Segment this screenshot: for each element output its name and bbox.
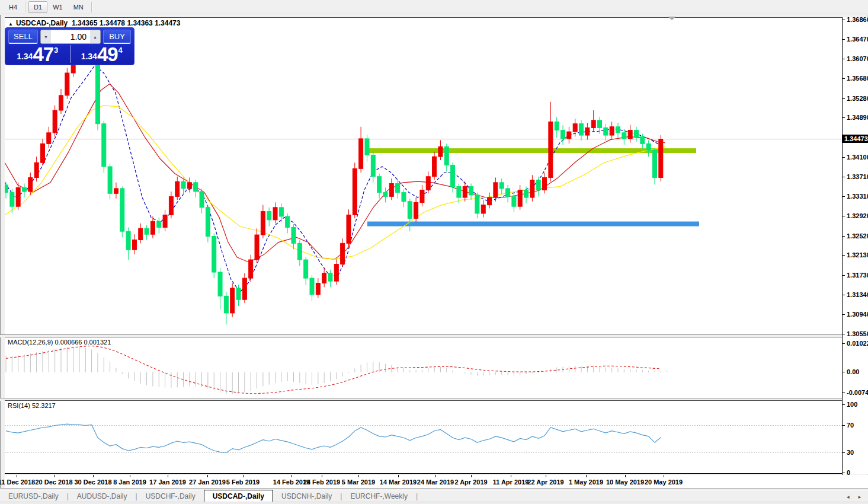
timeframe-button-mn[interactable]: MN	[68, 1, 89, 13]
candle-body	[34, 162, 39, 177]
candle-body	[47, 133, 51, 143]
candle-body	[230, 288, 235, 313]
current-price-tag: 1.34473	[843, 135, 868, 143]
price-axis-tick	[843, 39, 845, 40]
rsi-axis-tick	[843, 404, 845, 405]
date-axis[interactable]: 11 Dec 201820 Dec 201830 Dec 20188 Jan 2…	[5, 475, 868, 488]
macd-axis-tick	[843, 372, 845, 372]
volume-increase-button[interactable]: ▲	[90, 30, 100, 43]
candle-body	[242, 278, 246, 299]
price-axis-label: 1.31340	[847, 291, 868, 298]
candle-body	[194, 183, 198, 192]
macd-axis-label: 0.010229	[847, 340, 868, 347]
candle-body	[616, 127, 620, 133]
chart-tab-audusd[interactable]: AUDUSD-,Daily	[69, 491, 136, 502]
candle-body	[218, 272, 222, 296]
candle-body	[389, 184, 393, 197]
candle-body	[261, 212, 265, 235]
candle-body	[628, 130, 632, 139]
date-axis-tick	[130, 475, 130, 477]
volume-decrease-button[interactable]: ▼	[41, 30, 51, 43]
buy-price[interactable]: 1.34 49 4	[70, 44, 134, 64]
date-axis-tick	[625, 475, 626, 477]
candle-body	[40, 143, 44, 162]
chart-tab-usdcad[interactable]: USDCAD-,Daily	[204, 490, 273, 502]
rsi-axis-tick	[843, 473, 845, 473]
price-axis-tick	[843, 157, 845, 158]
price-axis-label: 1.32920	[847, 212, 868, 219]
candle-body	[396, 184, 400, 193]
timeframe-button-h4[interactable]: H4	[4, 1, 23, 13]
rsi-axis-tick	[843, 425, 845, 426]
candle-body	[579, 124, 584, 135]
macd-indicator-panel[interactable]: MACD(12,26,9) 0.000666 0.001321	[5, 337, 842, 398]
candle-body	[297, 243, 302, 260]
date-axis-tick	[664, 475, 664, 477]
candle-body	[322, 273, 326, 283]
date-axis-tick	[207, 475, 208, 477]
candle-body	[488, 197, 492, 205]
chart-shift-marker-icon[interactable]	[668, 17, 676, 20]
price-axis-label: 1.30550	[847, 330, 868, 337]
date-axis-tick	[168, 475, 168, 477]
buy-button[interactable]: BUY	[103, 30, 131, 44]
candle-body	[310, 278, 314, 295]
candle-body	[506, 189, 510, 196]
candle-body	[353, 168, 357, 215]
candle-body	[200, 192, 204, 208]
chart-tab-usdcnh[interactable]: USDCNH-,Daily	[273, 491, 340, 502]
timeframe-button-w1[interactable]: W1	[47, 1, 68, 13]
volume-stepper: ▼ ▲	[40, 30, 101, 44]
date-axis-tick	[586, 475, 587, 477]
timeframe-button-d1[interactable]: D1	[28, 1, 47, 13]
price-axis-label: 1.34890	[847, 114, 868, 121]
candle-body	[102, 124, 106, 167]
date-axis-tick	[358, 475, 359, 477]
candle-body	[604, 127, 608, 135]
candle-body	[598, 120, 602, 128]
price-axis-label: 1.32130	[847, 251, 868, 259]
chart-tab-eurusd[interactable]: EURUSD-,Daily	[0, 491, 67, 502]
toolbar-separator	[91, 2, 92, 12]
macd-chart	[5, 337, 842, 398]
tab-scroll-right-icon[interactable]: ►	[857, 495, 862, 500]
candle-body	[328, 273, 332, 281]
sell-price[interactable]: 1.34 47 3	[5, 44, 70, 64]
sell-price-pip: 3	[54, 46, 58, 55]
candle-body	[402, 193, 406, 202]
price-axis-label: 1.33710	[847, 173, 868, 180]
price-axis-tick	[843, 78, 845, 79]
chart-symbol-label: USDCAD-,Daily	[16, 19, 68, 27]
candle-body	[499, 183, 504, 189]
candle-body	[187, 183, 191, 189]
chart-tab-eurchf[interactable]: EURCHF-,Weekly	[342, 491, 415, 502]
sell-button[interactable]: SELL	[8, 30, 38, 44]
candle-body	[150, 221, 155, 234]
date-axis-tick	[292, 475, 292, 477]
timeframe-toolbar: H4D1W1MN	[0, 0, 868, 14]
candlestick-chart	[5, 18, 842, 335]
date-axis-tick	[243, 475, 244, 477]
candle-body	[420, 190, 424, 202]
rsi-indicator-panel[interactable]: RSI(14) 52.3217	[5, 400, 842, 474]
tab-scroll-left-icon[interactable]: ◄	[845, 495, 850, 500]
candle-body	[469, 187, 473, 195]
candle-body	[494, 183, 498, 197]
date-axis-tick	[93, 475, 94, 477]
candle-body	[334, 264, 338, 282]
candle-body	[126, 231, 130, 250]
date-axis-tick	[471, 475, 472, 477]
candle-body	[10, 193, 14, 207]
chart-tab-usdchf[interactable]: USDCHF-,Daily	[137, 491, 204, 502]
candle-body	[622, 133, 626, 139]
buy-price-pip: 4	[118, 46, 123, 55]
candle-body	[555, 122, 559, 130]
price-axis-tick	[843, 59, 845, 59]
toolbar-separator	[25, 2, 26, 12]
candle-body	[65, 73, 69, 95]
volume-input[interactable]	[51, 30, 90, 43]
candle-body	[475, 195, 479, 213]
price-axis-tick	[843, 275, 845, 276]
collapse-panel-icon[interactable]: ▲	[8, 21, 13, 27]
candle-body	[530, 180, 534, 197]
